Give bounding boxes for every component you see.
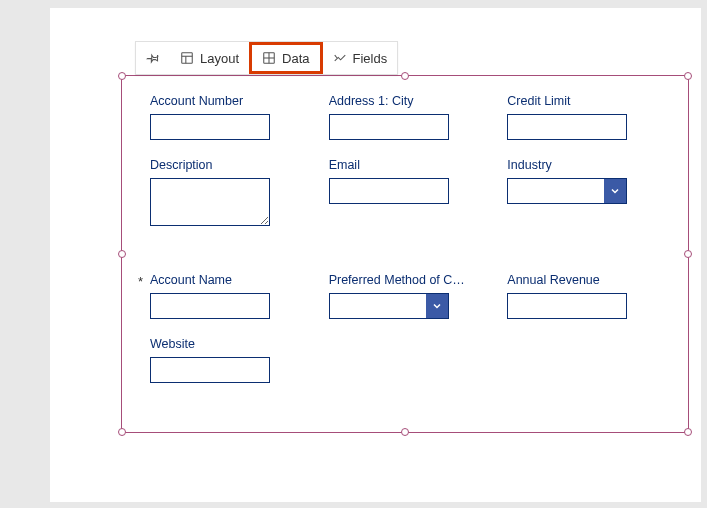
form-grid: Account Number Address 1: City Credit Li… [122, 76, 688, 397]
preferred-method-value [330, 294, 426, 318]
description-input[interactable] [150, 178, 270, 226]
field-preferred-method: Preferred Method of C… [329, 273, 482, 319]
fields-tab[interactable]: Fields [323, 42, 398, 74]
fields-tab-label: Fields [353, 51, 388, 66]
canvas-area: Layout Data Fields [50, 8, 701, 502]
chevron-down-icon [604, 179, 626, 203]
resize-handle[interactable] [401, 428, 409, 436]
data-tab[interactable]: Data [249, 42, 322, 74]
resize-handle[interactable] [118, 250, 126, 258]
field-label: Address 1: City [329, 94, 482, 108]
resize-handle[interactable] [118, 428, 126, 436]
section-gap [150, 247, 660, 255]
field-label: Credit Limit [507, 94, 660, 108]
address1-city-input[interactable] [329, 114, 449, 140]
chevron-down-icon [426, 294, 448, 318]
resize-handle[interactable] [684, 250, 692, 258]
fields-icon [333, 51, 347, 65]
data-tab-label: Data [282, 51, 309, 66]
field-annual-revenue: Annual Revenue [507, 273, 660, 319]
svg-rect-0 [182, 53, 193, 64]
field-label: Account Number [150, 94, 303, 108]
account-number-input[interactable] [150, 114, 270, 140]
field-website: Website [150, 337, 303, 383]
field-label: Website [150, 337, 303, 351]
field-account-name: * Account Name [150, 273, 303, 319]
credit-limit-input[interactable] [507, 114, 627, 140]
resize-handle[interactable] [118, 72, 126, 80]
card-toolbar: Layout Data Fields [135, 41, 398, 75]
field-label: Annual Revenue [507, 273, 660, 287]
required-marker: * [138, 274, 143, 289]
form-card[interactable]: Account Number Address 1: City Credit Li… [121, 75, 689, 433]
industry-value [508, 179, 604, 203]
layout-tab-label: Layout [200, 51, 239, 66]
field-description: Description [150, 158, 303, 229]
layout-tab[interactable]: Layout [170, 42, 249, 74]
resize-handle[interactable] [684, 72, 692, 80]
field-address1-city: Address 1: City [329, 94, 482, 140]
grid-icon [262, 51, 276, 65]
field-label: Account Name [150, 273, 303, 287]
field-label: Preferred Method of C… [329, 273, 482, 287]
resize-handle[interactable] [401, 72, 409, 80]
industry-select[interactable] [507, 178, 627, 204]
field-email: Email [329, 158, 482, 229]
field-industry: Industry [507, 158, 660, 229]
annual-revenue-input[interactable] [507, 293, 627, 319]
field-credit-limit: Credit Limit [507, 94, 660, 140]
pin-icon [146, 51, 160, 65]
website-input[interactable] [150, 357, 270, 383]
account-name-input[interactable] [150, 293, 270, 319]
resize-handle[interactable] [684, 428, 692, 436]
field-account-number: Account Number [150, 94, 303, 140]
field-label: Description [150, 158, 303, 172]
field-label: Industry [507, 158, 660, 172]
email-input[interactable] [329, 178, 449, 204]
preferred-method-select[interactable] [329, 293, 449, 319]
field-label: Email [329, 158, 482, 172]
layout-icon [180, 51, 194, 65]
pin-button[interactable] [136, 42, 170, 74]
